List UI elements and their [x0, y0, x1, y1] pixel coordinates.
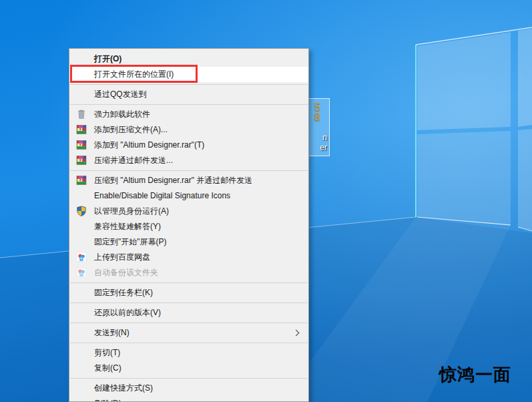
menu-item-send-to[interactable]: 发送到(N) [69, 325, 308, 341]
menu-item-label: 固定到任务栏(K) [94, 288, 153, 297]
submenu-arrow-icon [293, 330, 300, 337]
menu-item-label: 删除(D) [94, 399, 121, 402]
menu-item-open[interactable]: 打开(O) [69, 51, 308, 67]
menu-item-label: 添加到压缩文件(A)... [94, 125, 168, 134]
menu-separator [70, 303, 308, 303]
winrar-icon [76, 155, 87, 166]
window-pane-bottom-left [417, 131, 511, 225]
menu-item-delete[interactable]: 删除(D) [69, 396, 308, 402]
menu-item-label: 打开文件所在的位置(I) [94, 69, 174, 79]
menu-item-label: 添加到 "Altium Designer.rar"(T) [94, 140, 204, 150]
menu-separator [70, 343, 308, 343]
menu-item-run-as-admin[interactable]: 以管理员身份运行(A) [69, 204, 308, 219]
menu-item-compress-and-email[interactable]: 压缩并通过邮件发送... [69, 153, 308, 168]
baidu-netdisk-icon [76, 267, 87, 278]
menu-item-label: 复制(C) [94, 363, 121, 373]
menu-separator [70, 323, 308, 323]
menu-item-label: 强力卸载此软件 [94, 110, 150, 119]
menu-item-label: 兼容性疑难解答(Y) [94, 222, 161, 231]
menu-item-send-via-qq[interactable]: 通过QQ发送到 [69, 87, 308, 102]
menu-item-open-file-location[interactable]: 打开文件所在的位置(I) [69, 67, 308, 82]
winrar-icon [76, 124, 87, 135]
menu-item-auto-backup-folder: 自动备份该文件夹 [69, 265, 308, 280]
menu-item-upload-baidu-netdisk[interactable]: 上传到百度网盘 [69, 250, 308, 265]
menu-separator [70, 84, 308, 85]
uac-shield-icon [76, 206, 87, 216]
menu-item-create-shortcut[interactable]: 创建快捷方式(S) [69, 381, 308, 396]
menu-item-force-uninstall[interactable]: 强力卸载此软件 [69, 107, 308, 122]
menu-item-label: 剪切(T) [94, 348, 120, 357]
menu-item-add-to-rar[interactable]: 添加到 "Altium Designer.rar"(T) [69, 138, 308, 153]
menu-item-label: 还原以前的版本(V) [94, 308, 161, 317]
menu-item-compress-to-rar-and-email[interactable]: 压缩到 "Altium Designer.rar" 并通过邮件发送 [69, 173, 308, 188]
menu-item-label: Enable/Disable Digital Signature Icons [94, 191, 230, 200]
menu-separator [70, 104, 308, 105]
menu-item-label: 固定到"开始"屏幕(P) [94, 237, 167, 246]
window-pane-bottom-right [518, 129, 532, 231]
menu-item-troubleshoot-compatibility[interactable]: 兼容性疑难解答(Y) [69, 219, 308, 234]
menu-item-toggle-digital-signature-icons[interactable]: Enable/Disable Digital Signature Icons [69, 188, 308, 204]
menu-item-label: 创建快捷方式(S) [94, 383, 153, 393]
menu-item-label: 发送到(N) [94, 328, 129, 337]
menu-item-pin-to-taskbar[interactable]: 固定到任务栏(K) [69, 285, 308, 300]
menu-item-label: 以管理员身份运行(A) [94, 206, 169, 216]
menu-item-restore-previous-versions[interactable]: 还原以前的版本(V) [69, 305, 308, 321]
window-pane-top-right [518, 29, 532, 127]
baidu-netdisk-icon [76, 252, 87, 262]
menu-item-label: 打开(O) [94, 54, 121, 63]
menu-separator [70, 170, 308, 171]
menu-item-label: 上传到百度网盘 [94, 252, 150, 262]
watermark-text: 惊鸿一面 [439, 363, 511, 387]
menu-item-add-to-archive[interactable]: 添加到压缩文件(A)... [69, 122, 308, 138]
context-menu: 打开(O)打开文件所在的位置(I)通过QQ发送到强力卸载此软件添加到压缩文件(A… [69, 48, 309, 402]
menu-separator [70, 378, 308, 379]
winrar-icon [76, 175, 87, 186]
winrar-icon [76, 140, 87, 150]
menu-item-label: 自动备份该文件夹 [94, 268, 158, 277]
uninstall-trash-icon [76, 109, 87, 120]
menu-item-copy[interactable]: 复制(C) [69, 361, 308, 376]
menu-item-cut[interactable]: 剪切(T) [69, 345, 308, 361]
menu-item-pin-to-start[interactable]: 固定到"开始"屏幕(P) [69, 234, 308, 250]
menu-item-label: 通过QQ发送到 [94, 89, 147, 99]
menu-separator [70, 282, 308, 283]
window-pane-top-left [417, 32, 511, 130]
menu-item-label: 压缩到 "Altium Designer.rar" 并通过邮件发送 [94, 176, 252, 185]
menu-item-label: 压缩并通过邮件发送... [94, 156, 173, 165]
